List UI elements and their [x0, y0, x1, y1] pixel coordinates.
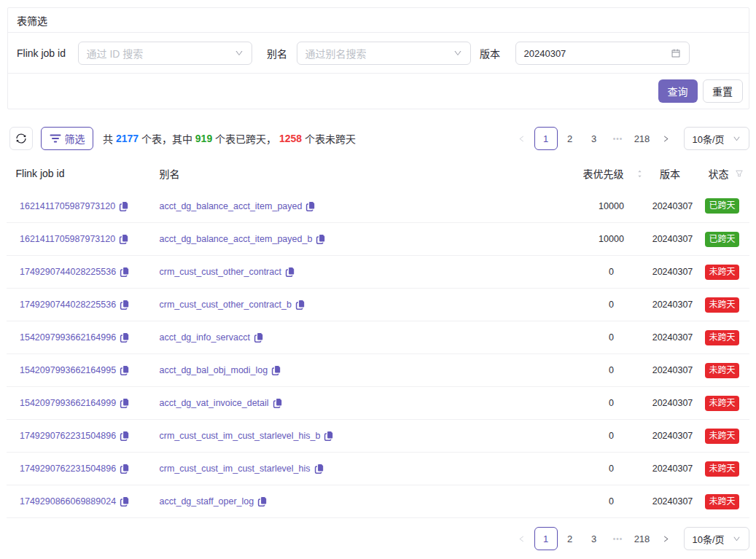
cell-alias: acct_dg_staff_oper_log	[152, 485, 572, 518]
copy-icon[interactable]	[120, 431, 130, 441]
column-header-priority-label: 表优先级	[583, 166, 624, 181]
flink-job-id-select[interactable]: 通过 ID 搜索	[78, 42, 252, 65]
pagination-next-icon[interactable]	[655, 527, 678, 550]
alias-link[interactable]: acct_dg_balance_acct_item_payed	[160, 201, 303, 211]
filter-lines-icon	[50, 133, 61, 144]
pagination-page-218[interactable]: 218	[631, 527, 654, 550]
table-row: 1749290762231504896crm_cust_cust_im_cust…	[7, 420, 749, 453]
cell-alias: crm_cust_cust_other_contract_b	[152, 289, 572, 321]
status-badge: 未跨天	[705, 396, 739, 411]
job-id-link[interactable]: 1749290744028225536	[20, 267, 116, 277]
cell-version: 20240307	[650, 321, 695, 354]
cell-version: 20240307	[650, 420, 695, 453]
column-header-job-id: Flink job id	[7, 157, 152, 190]
copy-icon[interactable]	[254, 332, 264, 343]
column-header-status-label: 状态	[709, 166, 729, 181]
copy-icon[interactable]	[257, 496, 268, 507]
version-date-input[interactable]: 20240307	[515, 42, 690, 65]
pagination-ellipsis[interactable]: •••	[607, 527, 630, 550]
copy-icon[interactable]	[285, 267, 295, 277]
job-id-link[interactable]: 1621411705987973120	[20, 201, 115, 211]
cell-alias: acct_dg_vat_invoice_detail	[152, 387, 572, 420]
alias-link[interactable]: acct_dg_info_servacct	[160, 332, 250, 343]
job-id-link[interactable]: 1749290744028225536	[20, 300, 116, 310]
table-row: 1621411705987973120acct_dg_balance_acct_…	[7, 190, 749, 223]
column-header-alias: 别名	[152, 157, 572, 190]
reset-button[interactable]: 重置	[703, 79, 743, 103]
copy-icon[interactable]	[120, 267, 130, 277]
alias-link[interactable]: crm_cust_cust_other_contract	[160, 267, 281, 277]
copy-icon[interactable]	[271, 365, 281, 375]
query-button[interactable]: 查询	[658, 79, 698, 103]
copy-icon[interactable]	[273, 398, 283, 408]
copy-icon[interactable]	[120, 398, 130, 408]
sorter-icon[interactable]	[636, 169, 643, 179]
alias-label: 别名	[267, 33, 287, 74]
job-id-link[interactable]: 1749290866069889024	[20, 496, 116, 507]
stats-text: 个表已跨天，	[212, 131, 279, 146]
pagination-page-2[interactable]: 2	[558, 127, 582, 150]
copy-icon[interactable]	[305, 201, 316, 211]
job-id-link[interactable]: 1542097993662164995	[20, 365, 116, 375]
filter-funnel-icon[interactable]	[735, 169, 744, 178]
pagination-next-icon[interactable]	[655, 127, 678, 150]
copy-icon[interactable]	[119, 234, 129, 244]
stats-count: 1258	[279, 133, 302, 144]
job-id-link[interactable]: 1749290762231504896	[20, 431, 116, 441]
cell-version: 20240307	[650, 387, 695, 420]
pagination-page-1[interactable]: 1	[534, 527, 558, 550]
copy-icon[interactable]	[314, 464, 324, 474]
filter-button[interactable]: 筛选	[41, 127, 93, 150]
pagination-prev-icon[interactable]	[510, 527, 534, 550]
alias-link[interactable]: acct_dg_bal_obj_modi_log	[160, 365, 268, 375]
pagination-page-1[interactable]: 1	[534, 127, 558, 150]
copy-icon[interactable]	[120, 332, 130, 343]
cell-job-id: 1749290744028225536	[7, 256, 152, 289]
cell-version: 20240307	[650, 256, 695, 289]
status-badge: 未跨天	[705, 363, 739, 378]
filter-card-fields: Flink job id 通过 ID 搜索 别名 通过别名搜索 版本 20240…	[8, 33, 749, 74]
cell-job-id: 1542097993662164995	[7, 354, 152, 387]
pagination-prev-icon[interactable]	[510, 127, 534, 150]
copy-icon[interactable]	[295, 300, 305, 310]
pagination-bottom-row: 123•••21810条/页	[7, 527, 749, 550]
pagination-page-3[interactable]: 3	[582, 527, 606, 550]
cell-status: 已跨天	[695, 223, 749, 256]
refresh-button[interactable]	[9, 127, 33, 150]
pagination-page-2[interactable]: 2	[558, 527, 582, 550]
status-badge: 未跨天	[705, 429, 739, 444]
pagination-bottom: 123•••21810条/页	[510, 527, 750, 550]
copy-icon[interactable]	[120, 365, 130, 375]
copy-icon[interactable]	[120, 300, 130, 310]
job-id-link[interactable]: 1542097993662164999	[20, 398, 116, 408]
page-size-select[interactable]: 10条/页	[684, 527, 750, 550]
alias-link[interactable]: crm_cust_cust_other_contract_b	[160, 300, 292, 310]
alias-link[interactable]: acct_dg_balance_acct_item_payed_b	[160, 234, 313, 244]
alias-link[interactable]: acct_dg_staff_oper_log	[160, 496, 254, 507]
page-size-select[interactable]: 10条/页	[684, 127, 750, 150]
job-id-link[interactable]: 1542097993662164996	[20, 332, 116, 343]
status-badge: 未跨天	[705, 461, 739, 477]
alias-link[interactable]: acct_dg_vat_invoice_detail	[160, 398, 269, 408]
pagination-page-3[interactable]: 3	[582, 127, 606, 150]
copy-icon[interactable]	[120, 464, 130, 474]
alias-link[interactable]: crm_cust_cust_im_cust_starlevel_his_b	[160, 431, 321, 441]
copy-icon[interactable]	[316, 234, 326, 244]
cell-alias: acct_dg_balance_acct_item_payed	[152, 190, 572, 223]
alias-select[interactable]: 通过别名搜索	[297, 42, 471, 65]
copy-icon[interactable]	[324, 431, 334, 441]
cell-status: 未跨天	[695, 354, 749, 387]
copy-icon[interactable]	[120, 496, 130, 507]
table-stats: 共 2177 个表，其中 919 个表已跨天， 1258 个表未跨天	[103, 127, 356, 150]
pagination-items: 123•••218	[510, 527, 678, 550]
pagination-ellipsis[interactable]: •••	[607, 127, 630, 150]
cell-priority: 10000	[572, 223, 650, 256]
copy-icon[interactable]	[119, 201, 129, 211]
stats-count: 919	[195, 133, 212, 144]
cell-status: 未跨天	[695, 256, 749, 289]
cell-version: 20240307	[650, 223, 695, 256]
alias-link[interactable]: crm_cust_cust_im_cust_starlevel_his	[160, 464, 311, 474]
job-id-link[interactable]: 1621411705987973120	[20, 234, 115, 244]
pagination-page-218[interactable]: 218	[631, 127, 654, 150]
job-id-link[interactable]: 1749290762231504896	[20, 464, 116, 474]
